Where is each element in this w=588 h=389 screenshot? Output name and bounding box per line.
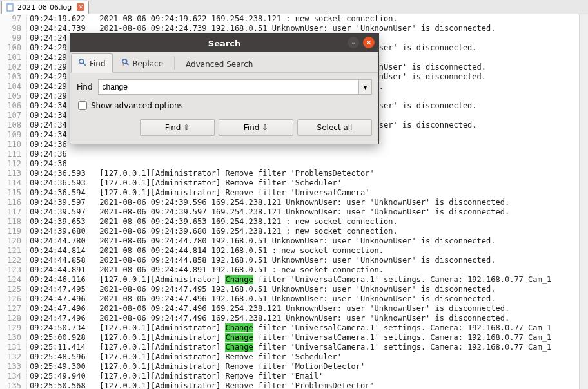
gutter: 9798991001011021031041051061071081091101… [0,14,27,389]
svg-line-5 [126,63,128,66]
svg-rect-1 [7,3,13,5]
tab-find[interactable]: Find [71,53,113,73]
line-number: 135 [0,381,21,389]
line-number: 117 [0,207,21,217]
line-number: 124 [0,275,21,285]
find-prev-button[interactable]: Find ⇧ [140,119,215,136]
code-line[interactable]: 09:25:49.940 [127.0.0.1][Administrator] … [30,372,588,381]
show-advanced-label: Show advanced options [91,101,183,110]
line-number: 111 [0,149,21,159]
show-advanced-checkbox-row[interactable]: Show advanced options [77,101,372,110]
tab-replace-label: Replace [133,59,163,68]
line-number: 101 [0,53,21,62]
tab-advanced-label: Advanced Search [186,60,253,69]
find-next-button[interactable]: Find ⇩ [219,119,293,136]
line-number: 105 [0,91,21,101]
code-line[interactable]: 09:24:39.597 2021-08-06 09:24:39.596 169… [30,198,588,207]
show-advanced-checkbox[interactable] [78,101,87,110]
code-line[interactable]: 09:24:47.495 2021-08-06 09:24:47.495 192… [30,285,588,294]
line-number: 123 [0,265,21,275]
line-number: 112 [0,159,21,169]
line-number: 133 [0,362,21,372]
line-number: 130 [0,333,21,343]
line-number: 132 [0,352,21,362]
line-number: 120 [0,236,21,246]
tab-advanced-search[interactable]: Advanced Search [179,55,260,72]
code-line[interactable]: 09:24:36 [30,149,588,159]
file-tab[interactable]: 2021-08-06.log ✕ [1,1,89,14]
search-dialog-title: Search [208,39,240,48]
line-number: 121 [0,246,21,256]
combo-dropdown-button[interactable]: ▾ [359,79,372,95]
code-line[interactable]: 09:24:44.814 2021-08-06 09:24:44.814 192… [30,246,588,256]
tab-find-label: Find [90,59,106,68]
search-dialog: Search – ✕ Find Replace Advanced Search … [70,33,379,144]
code-line[interactable]: 09:25:00.928 [127.0.0.1][Administrator] … [30,333,588,343]
svg-point-4 [122,59,126,64]
code-line[interactable]: 09:25:50.568 [127.0.0.1][Administrator] … [30,381,588,389]
search-match: Change [225,333,253,342]
line-number: 128 [0,314,21,323]
line-number: 97 [0,14,21,24]
vertical-scrollbar[interactable] [579,14,588,389]
line-number: 113 [0,169,21,178]
svg-line-3 [83,63,86,66]
code-line[interactable]: 09:24:44.858 2021-08-06 09:24:44.858 192… [30,256,588,265]
line-number: 107 [0,111,21,120]
svg-point-2 [79,59,84,64]
tab-replace[interactable]: Replace [114,53,170,72]
line-number: 116 [0,198,21,207]
search-match: Change [225,343,253,352]
code-line[interactable]: 09:24:39.680 2021-08-06 09:24:39.680 169… [30,227,588,236]
line-number: 126 [0,294,21,304]
find-input[interactable] [98,79,359,95]
file-icon [6,3,15,12]
code-line[interactable]: 09:24:24.739 2021-08-06 09:24:24.739 192… [30,24,588,33]
code-line[interactable]: 09:24:19.622 2021-08-06 09:24:19.622 169… [30,14,588,24]
code-line[interactable]: 09:24:44.891 2021-08-06 09:24:44.891 192… [30,265,588,275]
code-line[interactable]: 09:24:36 [30,159,588,169]
search-match: Change [225,275,253,284]
line-number: 98 [0,24,21,33]
replace-icon [121,58,130,69]
minimize-icon[interactable]: – [348,37,359,48]
close-icon[interactable]: ✕ [363,37,375,48]
code-line[interactable]: 09:24:39.597 2021-08-06 09:24:39.597 169… [30,207,588,217]
code-line[interactable]: 09:24:36.593 [127.0.0.1][Administrator] … [30,178,588,188]
line-number: 125 [0,285,21,294]
code-line[interactable]: 09:24:44.780 2021-08-06 09:24:44.780 192… [30,236,588,246]
code-line[interactable]: 09:24:36.593 [127.0.0.1][Administrator] … [30,169,588,178]
line-number: 119 [0,227,21,236]
tab-close-icon[interactable]: ✕ [77,3,84,11]
search-match: Change [225,323,253,332]
tab-bar: 2021-08-06.log ✕ [0,0,588,14]
line-number: 104 [0,82,21,91]
find-label: Find [77,82,93,91]
search-titlebar[interactable]: Search – ✕ [70,34,378,52]
code-line[interactable]: 09:25:49.300 [127.0.0.1][Administrator] … [30,362,588,372]
line-number: 122 [0,256,21,265]
code-line[interactable]: 09:24:50.734 [127.0.0.1][Administrator] … [30,323,588,333]
search-tabs: Find Replace Advanced Search [70,52,378,73]
select-all-button[interactable]: Select all [297,119,372,136]
magnifier-icon [78,58,87,69]
code-line[interactable]: 09:24:39.653 2021-08-06 09:24:39.653 169… [30,217,588,227]
line-number: 127 [0,304,21,314]
line-number: 109 [0,130,21,140]
code-line[interactable]: 09:25:48.596 [127.0.0.1][Administrator] … [30,352,588,362]
line-number: 129 [0,323,21,333]
line-number: 99 [0,33,21,43]
chevron-down-icon: ▾ [363,82,367,91]
code-line[interactable]: 09:25:11.414 [127.0.0.1][Administrator] … [30,343,588,352]
code-line[interactable]: 09:24:47.496 2021-08-06 09:24:47.496 169… [30,314,588,323]
line-number: 115 [0,188,21,198]
line-number: 110 [0,140,21,149]
line-number: 118 [0,217,21,227]
code-line[interactable]: 09:24:36.594 [127.0.0.1][Administrator] … [30,188,588,198]
line-number: 114 [0,178,21,188]
line-number: 131 [0,343,21,352]
line-number: 108 [0,120,21,130]
code-line[interactable]: 09:24:47.496 2021-08-06 09:24:47.496 192… [30,294,588,304]
code-line[interactable]: 09:24:46.116 [127.0.0.1][Administrator] … [30,275,588,285]
code-line[interactable]: 09:24:47.496 2021-08-06 09:24:47.496 169… [30,304,588,314]
